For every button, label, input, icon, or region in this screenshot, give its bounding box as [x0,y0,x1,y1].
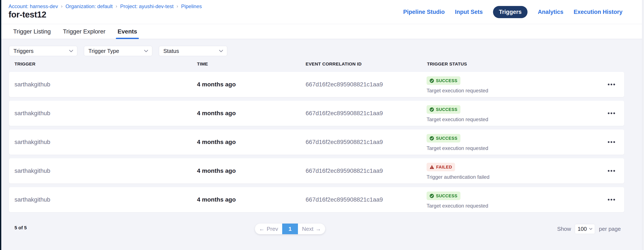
page-size-select[interactable]: 100 [575,224,595,234]
column-header-event-correlation-id: EVENT CORRELATION ID [306,61,362,67]
success-check-icon [430,78,434,83]
events-tabbar: Trigger Listing Trigger Explorer Events [1,24,642,39]
trigger-name: sarthakgithub [14,167,50,174]
event-correlation-id: 667d16f2ec895908821c1aa9 [306,81,383,88]
breadcrumb-organization-link[interactable]: Organization: default [66,4,112,9]
event-correlation-id: 667d16f2ec895908821c1aa9 [306,110,383,117]
row-options-menu-button[interactable] [604,166,618,176]
chevron-down-icon [219,50,223,52]
breadcrumb: Account: harness-dev › Organization: def… [8,4,202,9]
event-time: 4 months ago [197,196,236,203]
trigger-name: sarthakgithub [14,139,50,146]
tab-events[interactable]: Events [116,24,139,39]
table-row: sarthakgithub 4 months ago 667d16f2ec895… [9,130,624,155]
trigger-type-filter-label: Trigger Type [88,48,119,54]
chevron-down-icon [69,50,73,52]
page-header: Account: harness-dev › Organization: def… [1,0,642,24]
trigger-name: sarthakgithub [14,81,50,88]
tab-trigger-listing[interactable]: Trigger Listing [11,24,53,39]
status-detail: Target execution requested [426,203,488,209]
nav-triggers-active[interactable]: Triggers [493,6,528,18]
status-label: FAILED [436,165,452,170]
chevron-down-icon [589,227,592,231]
dots-menu-icon [610,84,612,85]
column-header-trigger-status: TRIGGER STATUS [427,61,467,67]
vertical-scrollbar[interactable] [642,0,644,250]
dots-menu-icon [613,199,615,200]
status-badge: SUCCESS [426,105,460,114]
failed-warning-icon [430,165,434,169]
dots-menu-icon [610,141,612,143]
status-filter-label: Status [163,48,179,54]
row-options-menu-button[interactable] [604,137,618,147]
status-badge: FAILED [426,163,455,171]
breadcrumb-separator-icon: › [61,4,62,9]
dots-menu-icon [610,170,612,172]
nav-pipeline-studio[interactable]: Pipeline Studio [403,9,445,15]
dots-menu-icon [610,112,612,114]
status-detail: Target execution requested [426,116,488,122]
trigger-status-cell: SUCCESS Target execution requested [426,105,488,122]
success-check-icon [430,136,434,141]
collapsed-sidebar-rail [0,0,1,250]
trigger-type-filter-dropdown[interactable]: Trigger Type [84,46,152,56]
pagination: ← Prev 1 Next → [255,223,325,234]
breadcrumb-separator-icon: › [176,4,178,9]
status-label: SUCCESS [436,193,458,198]
dots-menu-icon [608,170,610,172]
status-detail: Target execution requested [426,88,488,94]
event-rows: sarthakgithub 4 months ago 667d16f2ec895… [9,72,624,216]
success-check-icon [430,194,434,198]
event-correlation-id: 667d16f2ec895908821c1aa9 [306,196,383,203]
page-title: for-test12 [8,10,46,19]
breadcrumb-separator-icon: › [116,4,117,9]
row-options-menu-button[interactable] [604,79,618,90]
event-time: 4 months ago [197,167,236,174]
table-row: sarthakgithub 4 months ago 667d16f2ec895… [9,187,624,212]
breadcrumb-account-link[interactable]: Account: harness-dev [8,4,58,9]
chevron-down-icon [144,50,148,52]
trigger-status-cell: FAILED Trigger authentication failed [426,163,490,180]
prev-page-button[interactable]: ← Prev [255,223,282,234]
nav-execution-history[interactable]: Execution History [574,9,622,15]
row-options-menu-button[interactable] [604,194,618,205]
table-header-row: TRIGGER TIME EVENT CORRELATION ID TRIGGE… [1,61,642,68]
next-label: Next [302,226,313,232]
events-content: Triggers Trigger Type Status TRIGGER TIM… [1,39,642,250]
dots-menu-icon [608,84,610,85]
dots-menu-icon [613,170,615,172]
nav-input-sets[interactable]: Input Sets [455,9,483,15]
prev-label: Prev [267,226,278,232]
dots-menu-icon [613,141,615,143]
status-label: SUCCESS [436,78,458,83]
status-filter-dropdown[interactable]: Status [159,46,227,56]
dots-menu-icon [613,84,615,85]
triggers-filter-label: Triggers [14,48,34,54]
success-check-icon [430,107,434,112]
row-options-menu-button[interactable] [604,108,618,118]
column-header-trigger: TRIGGER [14,61,35,67]
triggers-filter-dropdown[interactable]: Triggers [9,46,77,56]
dots-menu-icon [608,141,610,143]
breadcrumb-project-link[interactable]: Project: ayushi-dev-test [120,4,174,9]
tab-trigger-explorer[interactable]: Trigger Explorer [61,24,108,39]
table-row: sarthakgithub 4 months ago 667d16f2ec895… [9,158,624,183]
status-detail: Target execution requested [426,145,488,151]
trigger-status-cell: SUCCESS Target execution requested [426,134,488,151]
nav-analytics[interactable]: Analytics [538,9,563,15]
per-page-control: Show 100 per page [557,223,621,234]
event-correlation-id: 667d16f2ec895908821c1aa9 [306,139,383,146]
per-page-label: per page [599,226,621,232]
event-correlation-id: 667d16f2ec895908821c1aa9 [306,167,383,174]
dots-menu-icon [608,199,610,200]
status-badge: SUCCESS [426,134,460,143]
next-page-button[interactable]: Next → [298,223,325,234]
pipeline-top-nav: Pipeline Studio Input Sets Triggers Anal… [403,0,622,24]
status-badge: SUCCESS [426,76,460,85]
status-detail: Trigger authentication failed [426,174,490,180]
breadcrumb-pipelines-link[interactable]: Pipelines [181,4,202,9]
trigger-name: sarthakgithub [14,196,50,203]
dots-menu-icon [610,199,612,200]
page-1-button[interactable]: 1 [282,223,298,234]
status-label: SUCCESS [436,107,458,112]
